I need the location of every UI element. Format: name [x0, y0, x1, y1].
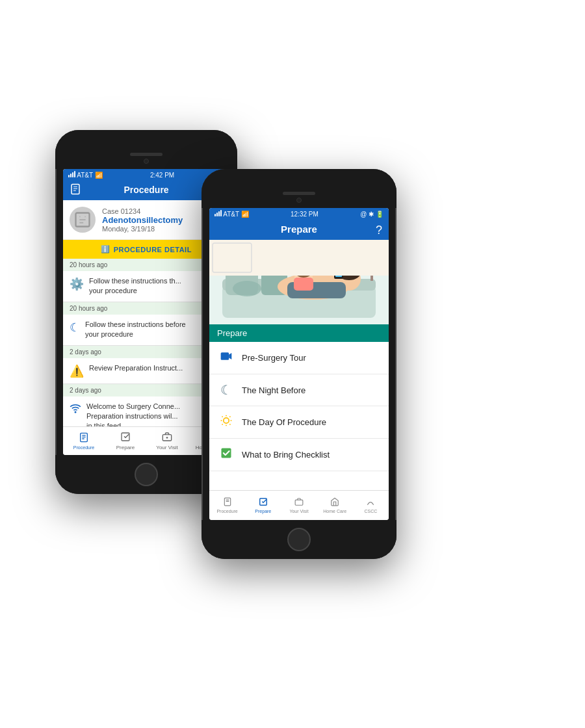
status-icons-right: @ ✱ 🔋 [360, 211, 384, 218]
gear-icon: ⚙️ [70, 277, 84, 291]
time-left: 2:42 PM [150, 172, 174, 179]
svg-point-39 [224, 418, 229, 423]
nav-procedure[interactable]: Procedure [63, 427, 105, 455]
svg-marker-38 [229, 353, 231, 359]
svg-rect-37 [221, 352, 229, 360]
nav-right-homecare[interactable]: Home Care [317, 491, 353, 520]
prepare-title: Prepare [281, 224, 317, 235]
status-bar-left: AT&T 📶 2:42 PM ▪ [63, 169, 229, 181]
nav-right-prepare-icon [259, 497, 268, 508]
feed-text-1: Follow these instructions th...your proc… [89, 276, 181, 296]
wifi-icon [70, 402, 81, 417]
nav-procedure-label: Procedure [73, 445, 94, 450]
sun-icon [218, 414, 234, 430]
header-title-left: Procedure [124, 185, 168, 195]
feed-text-3: Review Preparation Instruct... [89, 363, 183, 373]
svg-rect-48 [222, 448, 231, 458]
nav-right-procedure-label: Procedure [216, 509, 237, 514]
nav-prepare[interactable]: Prepare [105, 427, 146, 455]
nav-right-prepare[interactable]: Prepare [245, 491, 281, 520]
presurgery-label: Pre-Surgery Tour [242, 353, 306, 363]
svg-line-47 [229, 417, 230, 417]
prepare-list: Pre-Surgery Tour ☾ The Night Before The … [209, 342, 389, 471]
svg-rect-53 [295, 500, 303, 505]
checklist-icon [218, 447, 234, 463]
list-item-nightbefore[interactable]: ☾ The Night Before [209, 374, 389, 406]
svg-rect-35 [209, 240, 389, 276]
home-button-left[interactable] [135, 463, 158, 486]
nav-right-cscc-icon [366, 497, 375, 508]
svg-rect-14 [122, 433, 129, 441]
carrier-right: AT&T 📶 [214, 210, 249, 218]
speaker-right [283, 192, 315, 195]
svg-point-34 [233, 281, 261, 296]
video-icon [218, 350, 234, 366]
nav-visit-label: Your Visit [156, 445, 177, 450]
warning-icon: ⚠️ [70, 364, 84, 378]
home-button-right[interactable] [287, 528, 311, 551]
nav-prepare-label: Prepare [116, 445, 135, 450]
nav-right-prepare-label: Prepare [255, 509, 271, 514]
signal-icon-right [214, 210, 222, 216]
phone-right-top [202, 169, 396, 208]
nav-procedure-icon [79, 432, 89, 445]
nav-right-visit[interactable]: Your Visit [281, 491, 317, 520]
header-icon-procedure [70, 183, 81, 198]
svg-rect-52 [260, 499, 267, 506]
case-avatar [70, 207, 96, 233]
checklist-label: What to Bring Checklist [242, 450, 330, 460]
camera-left [144, 159, 149, 164]
bottom-nav-right: Procedure Prepare Your Visit Home Care [209, 490, 389, 520]
info-icon: ℹ️ [101, 245, 110, 254]
svg-rect-0 [72, 185, 79, 194]
prepare-header: Prepare ? [209, 220, 389, 240]
nav-right-homecare-icon [330, 497, 339, 508]
moon-icon: ☾ [70, 320, 80, 335]
speaker-left [130, 153, 162, 156]
svg-line-46 [222, 424, 223, 424]
phone-right: AT&T 📶 12:32 PM @ ✱ 🔋 Prepare ? [202, 169, 396, 559]
dayof-label: The Day Of Procedure [242, 417, 326, 427]
moon-icon-prepare: ☾ [218, 382, 234, 398]
carrier-left: AT&T 📶 [68, 171, 103, 179]
phone-right-bottom [202, 520, 396, 559]
nav-right-procedure-icon [223, 497, 232, 508]
camera-right [296, 198, 302, 203]
list-item-dayof[interactable]: The Day Of Procedure [209, 406, 389, 439]
time-right: 12:32 PM [291, 211, 318, 218]
phone-left-top [55, 130, 237, 169]
help-icon[interactable]: ? [376, 223, 382, 237]
nav-right-visit-label: Your Visit [289, 509, 308, 514]
nav-visit-icon [162, 432, 172, 444]
nav-right-cscc[interactable]: CSCC [353, 491, 389, 520]
svg-point-8 [81, 214, 85, 219]
nav-visit[interactable]: Your Visit [146, 427, 188, 455]
nav-right-cscc-label: CSCC [364, 509, 377, 514]
list-item-checklist[interactable]: What to Bring Checklist [209, 439, 389, 471]
svg-point-9 [75, 411, 76, 413]
nav-right-visit-icon [294, 497, 304, 508]
signal-icon [68, 171, 75, 177]
nightbefore-label: The Night Before [242, 385, 306, 395]
nav-right-procedure[interactable]: Procedure [209, 491, 245, 520]
nav-prepare-icon [120, 432, 131, 444]
svg-line-42 [222, 417, 223, 417]
svg-rect-29 [294, 278, 313, 291]
feed-text-2: Follow these instructions beforeyour pro… [85, 320, 186, 340]
procedure-detail-label: PROCEDURE DETAIL [114, 246, 192, 254]
phone-right-screen: AT&T 📶 12:32 PM @ ✱ 🔋 Prepare ? [209, 208, 389, 520]
status-bar-right: AT&T 📶 12:32 PM @ ✱ 🔋 [209, 208, 389, 220]
svg-line-43 [229, 424, 230, 424]
nav-right-homecare-label: Home Care [323, 509, 346, 514]
prepare-image [209, 240, 389, 324]
prepare-section-label: Prepare [209, 324, 389, 342]
list-item-presurgery[interactable]: Pre-Surgery Tour [209, 342, 389, 374]
